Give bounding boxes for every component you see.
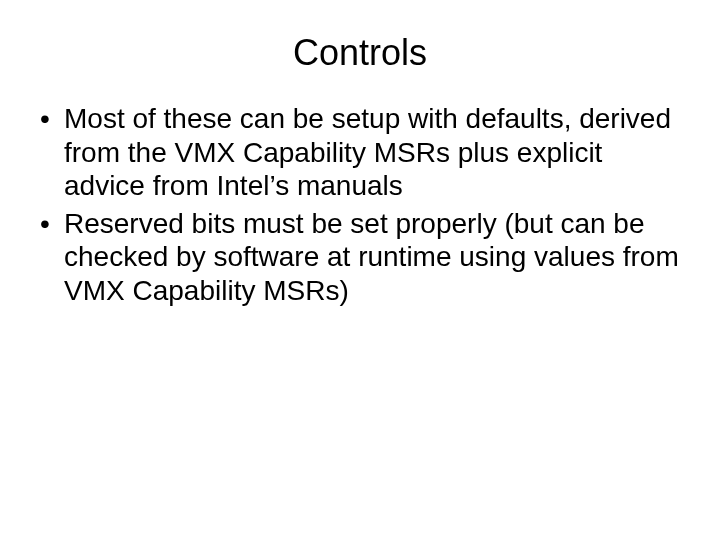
bullet-list: Most of these can be setup with defaults… [36,102,684,308]
slide-title: Controls [36,32,684,74]
slide: Controls Most of these can be setup with… [0,0,720,540]
bullet-item: Reserved bits must be set properly (but … [36,207,684,308]
bullet-item: Most of these can be setup with defaults… [36,102,684,203]
